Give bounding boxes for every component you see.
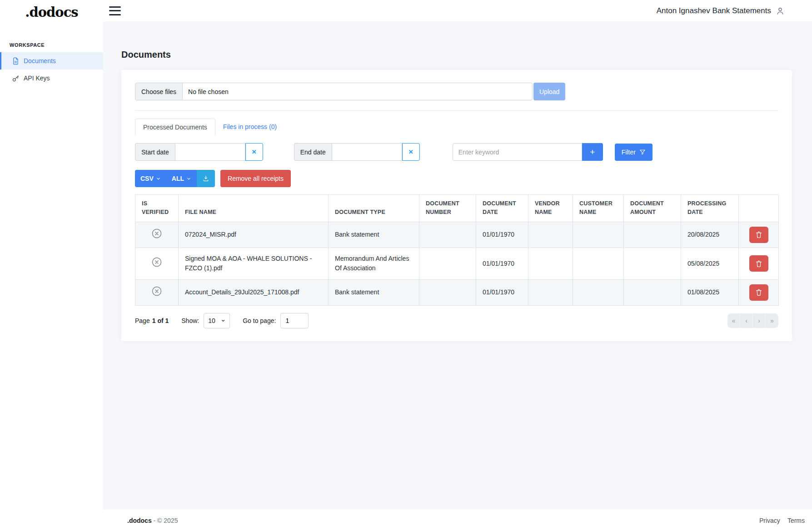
csv-dropdown-button[interactable]: CSV (135, 170, 166, 187)
filter-button[interactable]: Filter (615, 144, 653, 161)
table-row: Signed MOA & AOA - WHALE SOLUTIONS - FZC… (135, 248, 779, 279)
add-keyword-button[interactable]: + (582, 143, 603, 161)
col-processing-date: PROCESSING DATE (681, 195, 739, 222)
hamburger-menu-icon[interactable] (109, 6, 121, 15)
verified-status-cell (135, 248, 179, 279)
document-number-cell (419, 222, 476, 248)
start-date-clear-button[interactable]: ✕ (245, 143, 263, 161)
document-type-cell: Bank statement (329, 222, 419, 248)
verified-status-cell (135, 279, 179, 305)
footer-links: Privacy Terms (759, 517, 805, 524)
csv-label: CSV (140, 175, 154, 182)
filter-button-label: Filter (622, 149, 636, 156)
next-page-button[interactable]: › (753, 313, 766, 328)
keyword-group: + (453, 143, 603, 161)
document-type-cell: Bank statement (329, 279, 419, 305)
col-document-amount: DOCUMENT AMOUNT (624, 195, 681, 222)
show-label: Show: (181, 317, 199, 324)
last-page-button[interactable]: » (766, 313, 778, 328)
document-date-cell: 01/01/1970 (476, 222, 528, 248)
filters-row: Start date ✕ End date ✕ + (135, 143, 778, 161)
key-icon (12, 74, 20, 82)
sidebar-section-label: WORKSPACE (10, 42, 103, 48)
end-date-clear-button[interactable]: ✕ (402, 143, 420, 161)
previous-page-button[interactable]: ‹ (740, 313, 753, 328)
processing-date-cell: 01/08/2025 (681, 279, 739, 305)
table-row: Account_Details_29Jul2025_171008.pdf Ban… (135, 279, 779, 305)
page-label: Page (135, 317, 150, 324)
chevron-down-icon (186, 176, 191, 181)
pagination-buttons: « ‹ › » (727, 313, 778, 328)
download-icon (202, 175, 209, 182)
file-input[interactable]: Choose files No file chosen (135, 83, 533, 100)
sidebar: .dodocs WORKSPACE Documents (0, 0, 103, 510)
sidebar-item-documents[interactable]: Documents (0, 52, 103, 69)
terms-link[interactable]: Terms (787, 517, 805, 524)
page-size-select[interactable]: 10 (204, 313, 230, 328)
not-verified-icon (151, 228, 162, 239)
document-date-cell: 01/01/1970 (476, 279, 528, 305)
not-verified-icon (151, 286, 162, 297)
topbar: Anton Ignashev Bank Statements (103, 0, 812, 21)
file-name-cell: Signed MOA & AOA - WHALE SOLUTIONS - FZC… (179, 248, 329, 279)
col-document-number: DOCUMENT NUMBER (419, 195, 476, 222)
delete-row-button[interactable] (749, 227, 768, 243)
upload-row: Choose files No file chosen Upload (135, 83, 778, 100)
end-date-input[interactable] (332, 143, 402, 161)
goto-page-label: Go to page: (243, 317, 276, 324)
trash-icon (755, 231, 762, 238)
user-icon[interactable] (776, 6, 785, 15)
vendor-name-cell (528, 222, 573, 248)
file-name-cell: Account_Details_29Jul2025_171008.pdf (179, 279, 329, 305)
content: Documents Choose files No file chosen Up… (103, 21, 812, 510)
tab-processed-documents[interactable]: Processed Documents (135, 119, 215, 136)
app: .dodocs WORKSPACE Documents (0, 0, 812, 510)
col-file-name: FILE NAME (179, 195, 329, 222)
document-number-cell (419, 279, 476, 305)
delete-row-button[interactable] (749, 284, 768, 301)
footer-copyright: .dodocs - © 2025 (127, 517, 178, 524)
documents-table: IS VERIFIED FILE NAME DOCUMENT TYPE DOCU… (135, 194, 779, 306)
trash-icon (755, 288, 762, 296)
col-customer-name: CUSTOMER NAME (573, 195, 624, 222)
start-date-label: Start date (135, 143, 175, 161)
sidebar-item-label: Documents (24, 57, 56, 65)
document-date-cell: 01/01/1970 (476, 248, 528, 279)
documents-card: Choose files No file chosen Upload Proce… (121, 70, 792, 341)
table-row: 072024_MISR.pdf Bank statement 01/01/197… (135, 222, 779, 248)
privacy-link[interactable]: Privacy (759, 517, 780, 524)
delete-row-button[interactable] (749, 255, 768, 272)
start-date-input[interactable] (175, 143, 245, 161)
tab-files-in-process[interactable]: Files in process (0) (215, 119, 284, 136)
col-document-type: DOCUMENT TYPE (329, 195, 419, 222)
divider (135, 110, 778, 111)
document-number-cell (419, 248, 476, 279)
customer-name-cell (573, 248, 624, 279)
sidebar-item-api-keys[interactable]: API Keys (0, 69, 103, 87)
all-label: ALL (172, 175, 184, 182)
download-button[interactable] (197, 170, 215, 187)
table-header-row: IS VERIFIED FILE NAME DOCUMENT TYPE DOCU… (135, 195, 779, 222)
account-title: Anton Ignashev Bank Statements (657, 6, 771, 15)
vendor-name-cell (528, 248, 573, 279)
footer-copyright-text: - © 2025 (154, 517, 178, 524)
choose-files-button[interactable]: Choose files (135, 83, 183, 100)
not-verified-icon (151, 257, 162, 268)
tabs: Processed Documents Files in process (0) (135, 119, 778, 136)
document-type-cell: Memorandum And Articles Of Association (329, 248, 419, 279)
sidebar-nav: Documents API Keys (0, 52, 103, 87)
main-area: Anton Ignashev Bank Statements Documents… (103, 0, 812, 510)
first-page-button[interactable]: « (727, 313, 740, 328)
document-amount-cell (624, 279, 681, 305)
upload-button[interactable]: Upload (533, 83, 565, 100)
col-vendor-name: VENDOR NAME (528, 195, 573, 222)
document-icon (12, 57, 20, 65)
processing-date-cell: 20/08/2025 (681, 222, 739, 248)
keyword-input[interactable] (453, 143, 582, 161)
chevron-down-icon (156, 176, 161, 181)
page-value: 1 of 1 (152, 317, 169, 324)
remove-all-receipts-button[interactable]: Remove all receipts (220, 170, 291, 187)
goto-page-input[interactable] (280, 313, 309, 328)
end-date-label: End date (294, 143, 332, 161)
all-dropdown-button[interactable]: ALL (166, 170, 197, 187)
